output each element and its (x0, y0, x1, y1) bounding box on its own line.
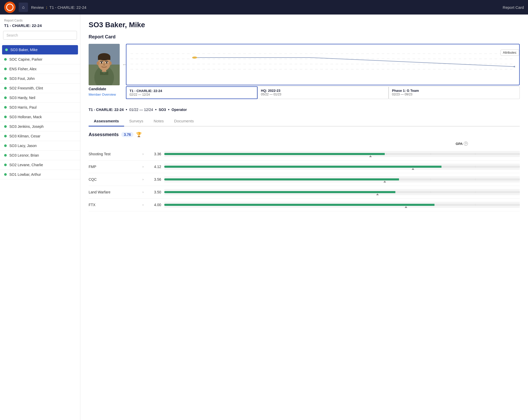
assessments-score-badge: 3.76 (121, 132, 133, 137)
timeline-tooltip-text: Attributes: (503, 51, 517, 54)
timeline-period[interactable]: T1 - CHARLIE: 22-24 02/22 — 12/24 (126, 86, 258, 99)
timeline-period[interactable]: Phase 1: G Team 02/23 — 09/23 (389, 86, 520, 99)
period-date: 02/23 — 09/23 (392, 93, 516, 96)
member-item[interactable]: SO3 Fout, John (0, 74, 80, 83)
member-status-dot (4, 106, 7, 109)
member-item[interactable]: SO3 Hardy, Neil (0, 93, 80, 103)
member-status-dot (4, 164, 7, 166)
page-title: SO3 Baker, Mike (89, 21, 520, 29)
period-date: 02/22 — 12/24 (130, 93, 254, 96)
assessment-bar-fill (164, 166, 441, 168)
gpa-help-icon[interactable]: ? (464, 142, 468, 146)
member-item[interactable]: SO1 Lowbar, Arthur (0, 170, 80, 179)
member-item[interactable]: SO3 Harris, Paul (0, 103, 80, 112)
assessments-title: Assessments (89, 132, 119, 137)
assessment-bar-fill (164, 191, 395, 193)
assessment-bar-container (164, 202, 520, 208)
assessment-bar-fill (164, 178, 399, 180)
status-date-range: 01/22 — 12/24 (129, 108, 153, 112)
timeline-chart-svg (131, 48, 515, 74)
status-sep-3: • (168, 107, 169, 112)
assessment-bar-track (164, 153, 520, 155)
assessment-expand-button[interactable]: › (140, 165, 146, 169)
assessment-bar-tick (412, 168, 414, 170)
report-card-heading: Report Card (89, 34, 520, 40)
svg-marker-21 (512, 65, 515, 68)
assessment-bar-track (164, 166, 520, 168)
tab-assessments[interactable]: Assessments (89, 116, 124, 127)
layout: Report Cards T1 - CHARLIE: 22-24 SO3 Bak… (0, 15, 528, 420)
sidebar-section-label: Report Cards (0, 19, 80, 23)
tab-notes[interactable]: Notes (148, 116, 169, 127)
status-sep-2: • (155, 107, 157, 112)
assessment-gpa: 3.36 (146, 152, 161, 156)
assessment-name: CQC (89, 177, 140, 181)
period-name: Phase 1: G Team (392, 89, 516, 93)
member-item[interactable]: ENS Fisher, Alex (0, 64, 80, 74)
assessment-gpa: 4.12 (146, 165, 161, 169)
timeline-chart: Attributes: (126, 44, 520, 85)
member-list: SO3 Baker, Mike SOC Capine, Parker ENS F… (0, 45, 80, 179)
search-input[interactable] (3, 31, 77, 40)
assessment-row: Shooting Test › 3.36 (89, 148, 520, 160)
member-item[interactable]: SO3 Kilman, Cesar (0, 131, 80, 141)
assessment-expand-button[interactable]: › (140, 152, 146, 156)
assessment-name: Land Warfare (89, 190, 140, 194)
assessment-bar-container (164, 164, 520, 170)
member-name: SO3 Jenkins, Joseph (9, 124, 44, 129)
member-item[interactable]: SOC Capine, Parker (0, 55, 80, 64)
member-item[interactable]: SO3 Jenkins, Joseph (0, 122, 80, 131)
member-status-dot (5, 48, 8, 51)
assessment-bar-tick (376, 193, 379, 195)
member-item[interactable]: SO3 Lacy, Jason (0, 141, 80, 151)
member-overview-link[interactable]: Member Overview (89, 93, 116, 96)
tab-surveys[interactable]: Surveys (124, 116, 148, 127)
sidebar-group-title: T1 - CHARLIE: 22-24 (0, 23, 80, 31)
member-status-dot (4, 68, 7, 70)
member-status-dot (4, 173, 7, 176)
member-status-dot (4, 58, 7, 61)
member-name: SO1 Lowbar, Arthur (9, 172, 41, 177)
assessment-row: Land Warfare › 3.50 (89, 186, 520, 199)
tab-documents[interactable]: Documents (169, 116, 199, 127)
assessment-bar-track (164, 178, 520, 180)
breadcrumb-path: T1 - CHARLIE: 22-24 (49, 5, 87, 10)
status-bar: T1 - CHARLIE: 22-24 • 01/22 — 12/24 • SO… (89, 107, 520, 112)
svg-point-15 (109, 61, 112, 65)
member-status-dot (4, 144, 7, 147)
candidate-label: Candidate (89, 87, 106, 91)
member-name: SO3 Baker, Mike (10, 48, 38, 52)
timeline-period[interactable]: HQ: 2022-23 05/22 — 01/23 (258, 86, 389, 99)
status-rank: SO3 (159, 108, 166, 112)
member-name: ENS Fisher, Alex (9, 67, 37, 71)
assessment-name: FTX (89, 203, 140, 207)
assessment-expand-button[interactable]: › (140, 203, 146, 207)
member-item[interactable]: SO3 Holloran, Mack (0, 112, 80, 122)
svg-rect-6 (98, 57, 110, 60)
search-wrap (0, 31, 80, 43)
member-status-dot (4, 96, 7, 99)
assessment-expand-button[interactable]: › (140, 190, 146, 194)
member-item[interactable]: SO2 Levane, Charlie (0, 160, 80, 170)
member-item[interactable]: SO2 Freesmith, Clint (0, 83, 80, 93)
member-item[interactable]: SO3 Lesnor, Brian (0, 151, 80, 160)
home-button[interactable]: ⌂ (19, 3, 28, 12)
member-status-dot (4, 154, 7, 157)
main-content: SO3 Baker, Mike Report Card (80, 15, 528, 420)
assessments-header: Assessments 3.76 🏆 (89, 132, 520, 137)
member-item[interactable]: SO3 Baker, Mike (2, 45, 78, 55)
assessment-bar-fill (164, 204, 434, 206)
assessments-section: Assessments 3.76 🏆 GPA ? Shooting Test ›… (89, 132, 520, 211)
logo (4, 2, 16, 13)
member-name: SO3 Hardy, Neil (9, 96, 35, 100)
member-status-dot (4, 125, 7, 128)
assessment-row: FTX › 4.00 (89, 199, 520, 211)
member-name: SO3 Lacy, Jason (9, 144, 37, 148)
assessment-expand-button[interactable]: › (140, 178, 146, 181)
assessment-row: FMP › 4.12 (89, 160, 520, 173)
trophy-icon: 🏆 (136, 132, 142, 137)
assessment-gpa: 4.00 (146, 203, 161, 207)
svg-point-13 (103, 63, 105, 66)
report-card-nav-link[interactable]: Report Card (503, 5, 524, 10)
candidate-photo-svg (89, 44, 120, 85)
